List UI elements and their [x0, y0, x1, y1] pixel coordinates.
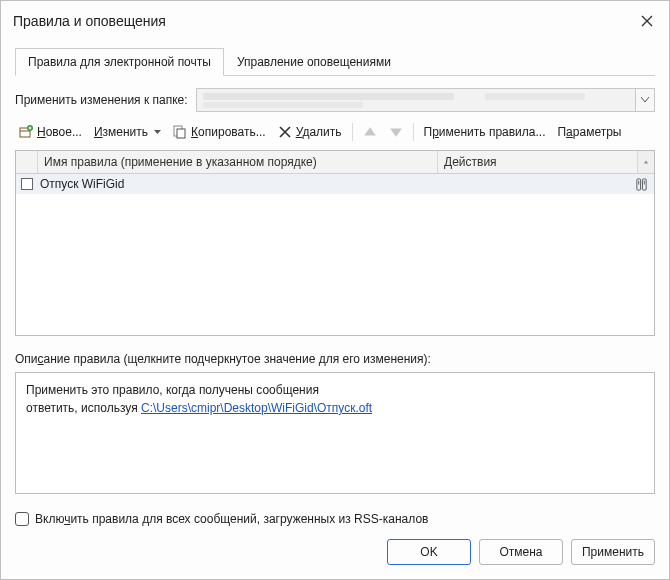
window-title: Правила и оповещения [13, 13, 166, 29]
new-rule-icon [19, 125, 33, 139]
options-button[interactable]: Параметры [553, 122, 625, 142]
close-icon [641, 15, 653, 27]
tab-manage-alerts[interactable]: Управление оповещениями [224, 48, 404, 76]
scroll-up-button[interactable] [638, 151, 654, 173]
close-button[interactable] [635, 9, 659, 33]
copy-rule-button[interactable]: Копировать... [169, 122, 270, 142]
redacted-text [485, 93, 586, 100]
checkbox-icon [15, 512, 29, 526]
triangle-up-icon [644, 159, 648, 165]
delete-rule-button[interactable]: Удалить [274, 122, 346, 142]
content-area: Правила для электронной почты Управление… [1, 41, 669, 579]
titlebar: Правила и оповещения [1, 1, 669, 41]
triangle-down-icon [389, 125, 403, 139]
apply-folder-row: Применить изменения к папке: [15, 88, 655, 112]
delete-icon [278, 125, 292, 139]
row-actions [438, 178, 654, 191]
tab-label: Управление оповещениями [237, 55, 391, 69]
row-checkbox[interactable] [16, 178, 38, 190]
separator [352, 123, 353, 141]
move-up-button[interactable] [359, 122, 381, 142]
grid-header: Имя правила (применение в указанном поря… [16, 151, 654, 174]
table-row[interactable]: Отпуск WiFiGid [16, 174, 654, 194]
checkbox-icon [21, 178, 33, 190]
cancel-button[interactable]: Отмена [479, 539, 563, 565]
rules-dialog: Правила и оповещения Правила для электро… [0, 0, 670, 580]
rules-grid: Имя правила (применение в указанном поря… [15, 150, 655, 336]
copy-icon [173, 125, 187, 139]
apply-button[interactable]: Применить [571, 539, 655, 565]
apply-folder-label: Применить изменения к папке: [15, 93, 188, 107]
apply-folder-combo[interactable] [196, 88, 655, 112]
redacted-text [203, 102, 363, 108]
description-label: Описание правила (щелкните подчеркнутое … [15, 352, 655, 366]
tab-strip: Правила для электронной почты Управление… [15, 47, 655, 76]
description-line: Применить это правило, когда получены со… [26, 381, 644, 399]
dialog-footer: OK Отмена Применить [15, 529, 655, 565]
template-path-link[interactable]: C:\Users\cmipr\Desktop\WiFiGid\Отпуск.of… [141, 401, 372, 415]
triangle-up-icon [363, 125, 377, 139]
col-checkbox[interactable] [16, 151, 38, 173]
col-name[interactable]: Имя правила (применение в указанном поря… [38, 151, 438, 173]
edit-rule-button[interactable]: Изменить [90, 122, 165, 142]
rss-label: Включить правила для всех сообщений, заг… [35, 512, 428, 526]
new-rule-button[interactable]: Новое... [15, 122, 86, 142]
grid-body: Отпуск WiFiGid [16, 174, 654, 335]
combo-dropdown-button[interactable] [635, 88, 655, 112]
move-down-button[interactable] [385, 122, 407, 142]
toolbar: Новое... Изменить Копировать... Удалить [15, 122, 655, 142]
ok-button[interactable]: OK [387, 539, 471, 565]
chevron-down-icon [154, 130, 161, 135]
chevron-down-icon [641, 97, 649, 103]
col-actions[interactable]: Действия [438, 151, 638, 173]
tab-label: Правила для электронной почты [28, 55, 211, 69]
apply-rules-button[interactable]: Применить правила... [420, 122, 550, 142]
svg-rect-4 [177, 129, 185, 138]
rss-checkbox-row[interactable]: Включить правила для всех сообщений, заг… [15, 512, 655, 526]
row-rule-name: Отпуск WiFiGid [38, 177, 438, 191]
redacted-text [203, 93, 455, 100]
template-icon [635, 178, 648, 191]
description-box: Применить это правило, когда получены со… [15, 372, 655, 494]
separator [413, 123, 414, 141]
tab-email-rules[interactable]: Правила для электронной почты [15, 48, 224, 76]
description-line: ответить, используя C:\Users\cmipr\Deskt… [26, 399, 644, 417]
